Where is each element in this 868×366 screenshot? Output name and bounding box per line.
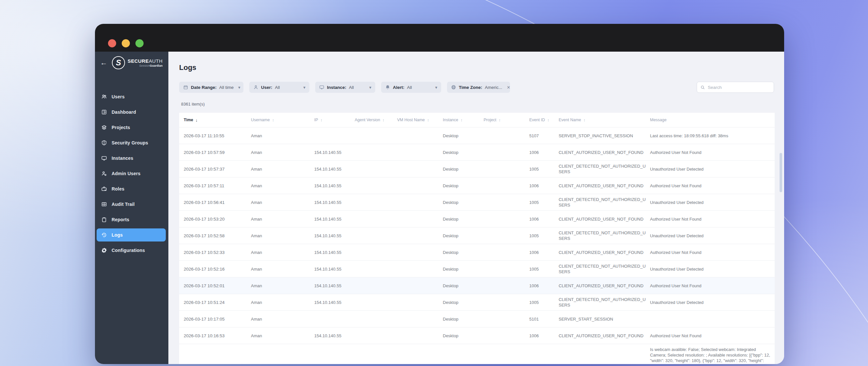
cell-ip: 154.10.140.55 (314, 230, 355, 241)
column-header-instance[interactable]: Instance↑ (443, 118, 484, 122)
dashboard-icon (101, 109, 107, 115)
cell-instance: Desktop (443, 147, 484, 158)
sidebar-item-logs[interactable]: Logs (97, 228, 166, 242)
cell-event-id: 1005 (529, 164, 559, 174)
column-header-agent-version[interactable]: Agent Version↑ (355, 118, 397, 122)
cell-project (484, 250, 529, 255)
cell-username: Aman (251, 131, 314, 141)
table-row[interactable]: 2026-03-17 10:51:24 Aman 154.10.140.55 D… (179, 294, 775, 311)
cell-message: Authorized User Not Found (650, 280, 775, 291)
alert-filter[interactable]: Alert: All ▾ (381, 82, 441, 93)
filter-bar: Date Range: All time ▾ User: All ▾ Insta… (179, 82, 516, 93)
column-header-event-name[interactable]: Event Name↑ (559, 118, 650, 122)
cell-ip: 154.10.140.55 (314, 147, 355, 158)
sidebar-item-projects[interactable]: Projects (97, 121, 166, 134)
cell-event-id: 1006 (529, 147, 559, 158)
sidebar-item-dashboard[interactable]: Dashboard (97, 106, 166, 119)
cell-instance: Desktop (443, 180, 484, 191)
table-row[interactable]: 2026-03-17 10:17:05 Aman Desktop 5101 SE… (179, 311, 775, 328)
date-range-filter[interactable]: Date Range: All time ▾ (179, 82, 243, 93)
table-row[interactable]: 2026-03-17 10:57:37 Aman 154.10.140.55 D… (179, 161, 775, 177)
close-icon[interactable]: ✕ (502, 85, 510, 90)
table-row[interactable]: 2026-03-17 10:52:01 Aman 154.10.140.55 D… (179, 277, 775, 294)
sidebar-item-reports[interactable]: Reports (97, 213, 166, 226)
table-row[interactable]: 2026-03-17 10:16:53 Aman 154.10.140.55 D… (179, 328, 775, 344)
cell-event-name: CLIENT_AUTORIZED_USER_NOT_FOUND (559, 280, 650, 291)
sidebar-item-audit-trail[interactable]: Audit Trail (97, 198, 166, 211)
table-row[interactable]: 2026-03-17 11:10:55 Aman Desktop 5107 SE… (179, 128, 775, 144)
cell-ip: 154.10.140.55 (314, 214, 355, 225)
instance-filter[interactable]: Instance: All ▾ (315, 82, 375, 93)
table-row[interactable]: 2026-03-17 10:57:59 Aman 154.10.140.55 D… (179, 144, 775, 161)
cell-instance: Desktop (443, 214, 484, 225)
time-zone-filter[interactable]: Time Zone: Americ... ✕ (447, 82, 510, 93)
cell-event-name: SERVER_STOP_INACTIVE_SESSION (559, 131, 650, 141)
cell-vm-host-name (397, 133, 443, 138)
table-row[interactable]: Is webcam avalible: False; Selected webc… (179, 344, 775, 364)
cell-time: 2026-03-17 10:57:59 (184, 147, 251, 158)
cell-event-name: CLIENT_AUTORIZED_USER_NOT_FOUND (559, 330, 650, 341)
table-row[interactable]: 2026-03-17 10:52:33 Aman 154.10.140.55 D… (179, 244, 775, 261)
sidebar-item-users[interactable]: Users (97, 90, 166, 103)
cell-ip (314, 355, 355, 361)
cell-vm-host-name (397, 216, 443, 222)
cell-agent-version (355, 166, 397, 172)
cell-event-id: 1006 (529, 247, 559, 258)
cell-time: 2026-03-17 10:56:41 (184, 197, 251, 208)
chevron-down-icon: ▾ (365, 85, 371, 90)
history-icon (101, 232, 107, 238)
scrollbar-thumb[interactable] (780, 153, 782, 192)
cell-instance: Desktop (443, 314, 484, 325)
cell-vm-host-name (397, 333, 443, 338)
item-count: 8361 item(s) (181, 102, 205, 107)
table-row[interactable]: 2026-03-17 10:56:41 Aman 154.10.140.55 D… (179, 194, 775, 211)
column-header-ip[interactable]: IP↑ (314, 118, 355, 122)
layers-icon (101, 124, 107, 131)
cell-agent-version (355, 183, 397, 188)
cell-time: 2026-03-17 10:57:37 (184, 164, 251, 174)
cell-message: Authorized User Not Found (650, 180, 775, 191)
sidebar-item-admin-users[interactable]: Admin Users (97, 167, 166, 180)
clipboard-icon (101, 217, 107, 223)
table-row[interactable]: 2026-03-17 10:53:20 Aman 154.10.140.55 D… (179, 211, 775, 227)
cell-agent-version (355, 283, 397, 288)
column-header-message[interactable]: Message (650, 118, 775, 122)
column-header-time[interactable]: Time↓ (184, 118, 251, 122)
sort-asc-icon: ↑ (382, 118, 385, 122)
cell-ip: 154.10.140.55 (314, 330, 355, 341)
chevron-down-icon: ▾ (430, 85, 437, 90)
cell-username: Aman (251, 264, 314, 275)
column-header-username[interactable]: Username↑ (251, 118, 314, 122)
cell-instance: Desktop (443, 297, 484, 308)
sidebar-item-security-groups[interactable]: Security Groups (97, 136, 166, 149)
cell-event-id: 1006 (529, 330, 559, 341)
close-window-button[interactable] (108, 39, 116, 47)
cell-event-name: CLIENT_DETECTED_NOT_AUTHORIZED_USERS (559, 161, 650, 177)
cell-event-name: CLIENT_AUTORIZED_USER_NOT_FOUND (559, 247, 650, 258)
sidebar-item-instances[interactable]: Instances (97, 152, 166, 165)
table-row[interactable]: 2026-03-17 10:52:16 Aman 154.10.140.55 D… (179, 261, 775, 277)
column-header-vm-host-name[interactable]: VM Host Name↑ (397, 118, 443, 122)
column-header-event-id[interactable]: Event ID↑ (529, 118, 559, 122)
user-filter[interactable]: User: All ▾ (249, 82, 309, 93)
bell-icon (385, 85, 390, 90)
sidebar: ← S SECUREAUTH SessionGuardian Users Das… (95, 52, 168, 364)
sidebar-item-configurations[interactable]: Configurations (97, 244, 166, 257)
search-input[interactable] (708, 85, 770, 90)
table-row[interactable]: 2026-03-17 10:57:11 Aman 154.10.140.55 D… (179, 177, 775, 194)
cell-ip: 154.10.140.55 (314, 297, 355, 308)
cell-message: Authorized User Not Found (650, 330, 775, 341)
cell-agent-version (355, 133, 397, 138)
maximize-window-button[interactable] (135, 39, 144, 47)
cell-username (251, 355, 314, 361)
cell-vm-host-name (397, 233, 443, 238)
logs-table: Time↓Username↑IP↑Agent Version↑VM Host N… (179, 113, 775, 364)
collapse-sidebar-button[interactable]: ← (100, 59, 107, 66)
table-row[interactable]: 2026-03-17 10:52:58 Aman 154.10.140.55 D… (179, 227, 775, 244)
minimize-window-button[interactable] (122, 39, 130, 47)
cell-time: 2026-03-17 10:52:01 (184, 280, 251, 291)
column-header-project[interactable]: Project↑ (484, 118, 529, 122)
sidebar-item-roles[interactable]: Roles (97, 182, 166, 195)
cell-event-id: 1005 (529, 297, 559, 308)
cell-event-id: 1005 (529, 264, 559, 275)
